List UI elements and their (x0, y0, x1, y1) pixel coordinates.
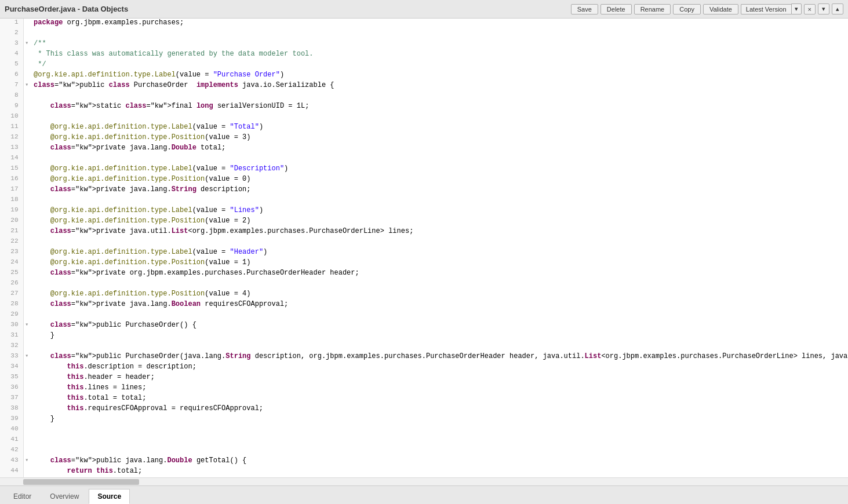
line-number: 26 (0, 279, 23, 290)
table-row: 6@org.kie.api.definition.type.Label(valu… (0, 71, 848, 81)
code-table: 1package org.jbpm.examples.purchases;23▾… (0, 19, 848, 477)
line-number: 40 (0, 425, 23, 436)
table-row: 24 @org.kie.api.definition.type.Position… (0, 258, 848, 269)
fold-indicator (23, 258, 31, 269)
table-row: 44 return this.total; (0, 467, 848, 477)
fold-indicator[interactable]: ▾ (23, 352, 31, 363)
line-number: 18 (0, 196, 23, 206)
line-number: 27 (0, 290, 23, 300)
line-number: 29 (0, 311, 23, 321)
code-line (31, 154, 848, 165)
line-number: 19 (0, 206, 23, 217)
fold-indicator (23, 269, 31, 279)
tab-source[interactable]: Source (89, 489, 130, 504)
tab-overview[interactable]: Overview (41, 489, 88, 504)
table-row: 19 @org.kie.api.definition.type.Label(va… (0, 206, 848, 217)
code-line: * This class was automatically generated… (31, 50, 848, 60)
fold-indicator (23, 206, 31, 217)
arrow-up-button[interactable]: ▴ (832, 3, 843, 14)
table-row: 33▾ class="kw">public PurchaseOrder(java… (0, 352, 848, 363)
code-line: } (31, 415, 848, 425)
table-row: 26 (0, 279, 848, 290)
line-number: 10 (0, 112, 23, 123)
code-line: class="kw">public PurchaseOrder(java.lan… (31, 352, 848, 363)
fold-indicator (23, 279, 31, 290)
fold-indicator (23, 123, 31, 133)
code-line: this.total = total; (31, 394, 848, 404)
fold-indicator (23, 154, 31, 165)
code-line: class="kw">private org.jbpm.examples.pur… (31, 269, 848, 279)
code-line (31, 196, 848, 206)
code-line: @org.kie.api.definition.type.Position(va… (31, 290, 848, 300)
line-number: 31 (0, 331, 23, 342)
fold-indicator (23, 175, 31, 185)
line-number: 17 (0, 185, 23, 196)
line-number: 20 (0, 217, 23, 227)
code-line (31, 436, 848, 446)
line-number: 1 (0, 19, 23, 29)
title-bar: PurchaseOrder.java - Data Objects Save D… (0, 0, 848, 19)
line-number: 39 (0, 415, 23, 425)
horizontal-scrollbar[interactable] (0, 477, 848, 485)
table-row: 25 class="kw">private org.jbpm.examples.… (0, 269, 848, 279)
code-area[interactable]: 1package org.jbpm.examples.purchases;23▾… (0, 19, 848, 477)
latest-version-dropdown[interactable]: ▾ (791, 3, 802, 14)
code-line: class="kw">public java.lang.Double getTo… (31, 456, 848, 467)
code-line: class="kw">private java.lang.Double tota… (31, 144, 848, 154)
window-title: PurchaseOrder.java - Data Objects (5, 5, 128, 13)
table-row: 29 (0, 311, 848, 321)
copy-button[interactable]: Copy (673, 4, 701, 14)
fold-indicator (23, 425, 31, 436)
table-row: 39 } (0, 415, 848, 425)
validate-button[interactable]: Validate (703, 4, 738, 14)
table-row: 22 (0, 238, 848, 248)
table-row: 11 @org.kie.api.definition.type.Label(va… (0, 123, 848, 133)
fold-indicator[interactable]: ▾ (23, 456, 31, 467)
tab-editor[interactable]: Editor (5, 489, 40, 504)
code-line: this.requiresCFOApproval = requiresCFOAp… (31, 404, 848, 415)
table-row: 21 class="kw">private java.util.List<org… (0, 227, 848, 238)
line-number: 11 (0, 123, 23, 133)
delete-button[interactable]: Delete (600, 4, 632, 14)
code-line: @org.kie.api.definition.type.Label(value… (31, 123, 848, 133)
latest-version-group: Latest Version ▾ (741, 3, 802, 14)
fold-indicator (23, 19, 31, 29)
line-number: 12 (0, 133, 23, 144)
fold-indicator (23, 415, 31, 425)
line-number: 41 (0, 436, 23, 446)
save-button[interactable]: Save (571, 4, 598, 14)
fold-indicator (23, 290, 31, 300)
table-row: 20 @org.kie.api.definition.type.Position… (0, 217, 848, 227)
code-line (31, 311, 848, 321)
line-number: 21 (0, 227, 23, 238)
fold-indicator[interactable]: ▾ (23, 81, 31, 92)
close-button[interactable]: × (804, 4, 816, 14)
fold-indicator (23, 373, 31, 384)
code-line: class="kw">private java.lang.String desc… (31, 185, 848, 196)
table-row: 17 class="kw">private java.lang.String d… (0, 185, 848, 196)
line-number: 24 (0, 258, 23, 269)
rename-button[interactable]: Rename (634, 4, 671, 14)
table-row: 18 (0, 196, 848, 206)
table-row: 12 @org.kie.api.definition.type.Position… (0, 133, 848, 144)
fold-indicator[interactable]: ▾ (23, 321, 31, 331)
fold-indicator[interactable]: ▾ (23, 39, 31, 50)
fold-indicator (23, 185, 31, 196)
line-number: 33 (0, 352, 23, 363)
code-line (31, 238, 848, 248)
table-row: 31 } (0, 331, 848, 342)
horizontal-scroll-thumb[interactable] (23, 479, 139, 485)
table-row: 23 @org.kie.api.definition.type.Label(va… (0, 248, 848, 258)
arrow-down-button[interactable]: ▾ (818, 3, 829, 14)
line-number: 32 (0, 342, 23, 352)
fold-indicator (23, 331, 31, 342)
fold-indicator (23, 467, 31, 477)
code-line: class="kw">private java.util.List<org.jb… (31, 227, 848, 238)
table-row: 42 (0, 446, 848, 456)
editor-container: 1package org.jbpm.examples.purchases;23▾… (0, 19, 848, 477)
table-row: 4 * This class was automatically generat… (0, 50, 848, 60)
line-number: 36 (0, 384, 23, 394)
table-row: 37 this.total = total; (0, 394, 848, 404)
latest-version-button[interactable]: Latest Version (741, 4, 791, 14)
fold-indicator (23, 384, 31, 394)
